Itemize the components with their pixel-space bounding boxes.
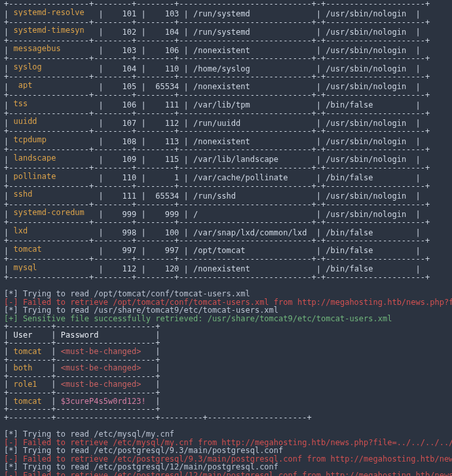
- line: | mysql | 112 | 120 | /nonexistent | /bi…: [4, 264, 449, 273]
- line: | uuidd | 107 | 112 | /run/uuidd | /usr/…: [4, 117, 449, 127]
- users-row-sep: +-----------------+--------+--------+---…: [4, 145, 430, 154]
- user-name: mysql: [13, 264, 94, 272]
- user-name: messagebus: [13, 45, 94, 53]
- line: | tomcat | 997 | 997 | /opt/tomcat | /bi…: [4, 245, 449, 255]
- user-name: pollinate: [13, 172, 94, 181]
- user-name: lxd: [13, 227, 94, 235]
- users-row-sep: +-----------------+--------+--------+---…: [4, 254, 430, 264]
- line: | syslog | 104 | 110 | /home/syslog | /u…: [4, 63, 449, 73]
- users-row-sep: +-----------------+--------+--------+---…: [4, 36, 430, 45]
- users-row-sep: +-----------------+--------+--------+---…: [4, 218, 430, 227]
- line: | _apt | 105 | 65534 | /nonexistent | /u…: [4, 81, 449, 91]
- line: +-----------------+--------+--------+---…: [4, 18, 449, 27]
- tcu-bottom-sep: +---------+---------------------+-------…: [4, 413, 312, 422]
- line: | landscape | 109 | 115 | /var/lib/lands…: [4, 154, 449, 164]
- users-row-sep: +-----------------+--------+--------+---…: [4, 90, 430, 100]
- user-name: landscape: [13, 154, 94, 163]
- line: | lxd | 998 | 100 | /var/snap/lxd/common…: [4, 227, 449, 237]
- users-row-sep: +-----------------+--------+--------+---…: [4, 200, 430, 209]
- log-line: [-] Failed to retrieve /etc/postgresql/1…: [4, 471, 452, 476]
- users-row-sep: +-----------------+--------+--------+---…: [4, 236, 430, 245]
- line: +---------+---------------------+: [4, 323, 449, 331]
- tcu-sep: +---------+---------------------+: [4, 388, 160, 397]
- line: +-----------------+--------+--------+---…: [4, 237, 449, 245]
- users-row-sep: +-----------------+--------+--------+---…: [4, 54, 430, 63]
- user-name: _apt: [13, 81, 94, 90]
- line: +---------+---------------------+-------…: [4, 414, 449, 422]
- user-name: systemd-resolve: [13, 9, 94, 17]
- line: +-----------------+--------+--------+---…: [4, 146, 449, 154]
- users-row-sep: +-----------------+--------+--------+---…: [4, 0, 430, 9]
- line: +-----------------+--------+--------+---…: [4, 182, 449, 191]
- users-row-sep: +-----------------+--------+--------+---…: [4, 18, 430, 27]
- user-name: tss: [13, 100, 94, 108]
- line: +-----------------+--------+--------+---…: [4, 73, 449, 81]
- user-name: systemd-coredum: [13, 208, 94, 217]
- user-name: tomcat: [13, 245, 94, 254]
- users-row-sep: +-----------------+--------+--------+---…: [4, 72, 430, 81]
- user-name: syslog: [13, 63, 94, 71]
- line: +-----------------+--------+--------+---…: [4, 0, 449, 9]
- line: +-----------------+--------+--------+---…: [4, 91, 449, 100]
- line: +-----------------+--------+--------+---…: [4, 218, 449, 227]
- line: | messagebus | 103 | 106 | /nonexistent …: [4, 45, 449, 54]
- line: +-----------------+--------+--------+---…: [4, 127, 449, 136]
- line: +-----------------+--------+--------+---…: [4, 201, 449, 209]
- user-name: tcpdump: [13, 136, 94, 144]
- user-name: systemd-timesyn: [13, 26, 94, 35]
- line: | sshd | 111 | 65534 | /run/sshd | /usr/…: [4, 190, 449, 200]
- users-row-sep: +-----------------+--------+--------+---…: [4, 127, 430, 136]
- user-name: sshd: [13, 190, 94, 199]
- line: +-----------------+--------+--------+---…: [4, 37, 449, 45]
- line: +-----------------+--------+--------+---…: [4, 54, 449, 63]
- line: | tcpdump | 108 | 113 | /nonexistent | /…: [4, 136, 449, 146]
- line: +-----------------+--------+--------+---…: [4, 255, 449, 264]
- line: +-----------------+--------+--------+---…: [4, 109, 449, 118]
- line: | tss | 106 | 111 | /var/lib/tpm | /bin/…: [4, 100, 449, 109]
- users-row-sep: +-----------------+--------+--------+---…: [4, 163, 430, 172]
- terminal-output: +-----------------+--------+--------+---…: [0, 0, 452, 476]
- line: [-] Failed to retrieve /etc/postgresql/1…: [4, 471, 449, 476]
- line: | systemd-coredum | 999 | 999 | / | /usr…: [4, 208, 449, 218]
- line: | pollinate | 110 | 1 | /var/cache/polli…: [4, 172, 449, 182]
- users-bottom-sep: +-----------------+--------+--------+---…: [4, 273, 430, 282]
- line: | systemd-resolve | 101 | 103 | /run/sys…: [4, 9, 449, 18]
- users-row-sep: +-----------------+--------+--------+---…: [4, 182, 430, 191]
- users-row-sep: +-----------------+--------+--------+---…: [4, 109, 430, 118]
- line: | systemd-timesyn | 102 | 104 | /run/sys…: [4, 26, 449, 36]
- line: +-----------------+--------+--------+---…: [4, 273, 449, 282]
- line: +-----------------+--------+--------+---…: [4, 164, 449, 172]
- user-name: uuidd: [13, 117, 94, 126]
- line: +---------+---------------------+: [4, 389, 449, 397]
